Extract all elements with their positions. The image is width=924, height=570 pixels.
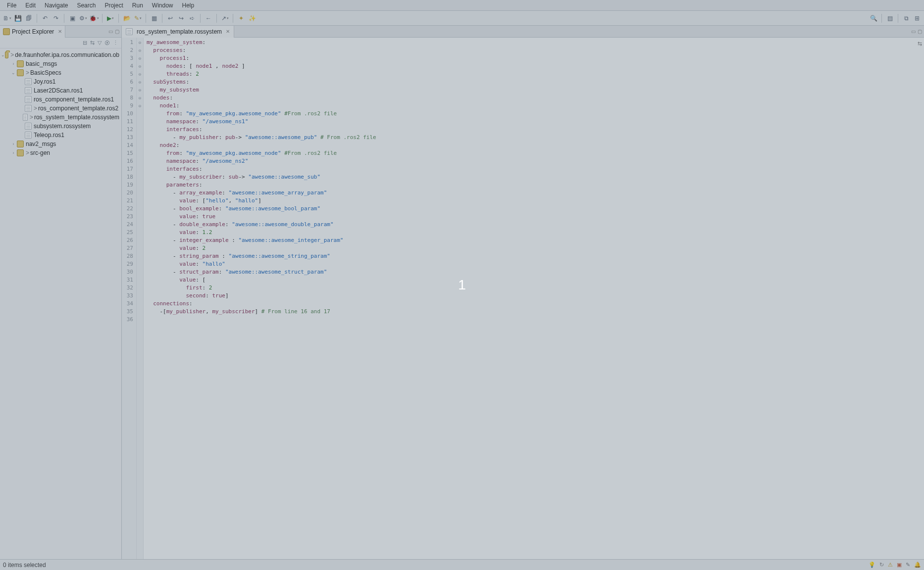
status-sync-icon[interactable]: ↻ [879,562,884,568]
save-button[interactable]: 💾 [13,13,23,23]
external-button[interactable]: ↗ [220,13,230,23]
minimize-view-button[interactable]: ▭ [108,29,113,34]
perspective-button[interactable]: ⊞ [912,13,922,23]
tree-project-root[interactable]: ⌄> de.fraunhofer.ipa.ros.communication.o… [0,50,121,59]
code-editor[interactable]: 1234567891011121314151617181920212223242… [122,38,924,559]
toggle-button[interactable]: ▦ [149,13,159,23]
editor-tab-bar: ros_system_template.rossystem ✕ ▭ ▢ [122,26,924,38]
editor-right-trim: ⇆ [915,38,924,559]
new-button[interactable]: 🗎 [2,13,12,23]
run-button[interactable]: ▶ [105,13,115,23]
file-icon [25,132,32,139]
minimize-editor-button[interactable]: ▭ [911,29,916,34]
redo-button[interactable]: ↷ [51,13,61,23]
maximize-view-button[interactable]: ▢ [115,29,119,34]
explorer-toolbar: ⊟ ⇆ ▽ ⦿ ⋮ [0,38,121,48]
filter-button[interactable]: ▽ [98,40,102,46]
menu-bar: File Edit Navigate Search Project Run Wi… [0,0,924,11]
close-icon[interactable]: ✕ [58,29,62,34]
menu-window[interactable]: Window [148,1,177,10]
file-icon [25,78,32,85]
tree-node[interactable]: Teleop.ros1 [0,131,121,140]
link-editor-icon[interactable]: ⇆ [918,41,922,47]
pin-button[interactable]: ✦ [236,13,246,23]
code-content[interactable]: my_awesome_system: processes: process1: … [144,38,924,559]
search-button[interactable]: 🔍 [869,13,878,23]
tree-node[interactable]: > ros_component_template.ros2 [0,104,121,113]
project-tree[interactable]: ⌄> de.fraunhofer.ipa.ros.communication.o… [0,48,121,559]
folder-icon [17,60,24,67]
link-editor-button[interactable]: ⇆ [90,40,95,46]
editor-tab[interactable]: ros_system_template.rossystem ✕ [122,26,234,38]
folder-icon [17,141,24,147]
terminal-button[interactable]: ▣ [67,13,77,23]
project-explorer-label: Project Explorer [12,28,54,35]
view-tab-bar: Project Explorer ✕ ▭ ▢ [0,26,121,38]
focus-button[interactable]: ⦿ [104,40,110,46]
perspective-open-button[interactable]: ⧉ [901,13,911,23]
status-bell-icon[interactable]: 🔔 [914,562,921,568]
maximize-editor-button[interactable]: ▢ [918,29,922,34]
status-edit-icon[interactable]: ✎ [906,562,910,568]
status-bar: 0 items selected 💡 ↻ ⚠ ▣ ✎ 🔔 [0,559,924,570]
main-toolbar: 🗎 💾 🗐 ↶ ↷ ▣ ⚙ 🐞 ▶ 📂 ✎ ▦ ↩ ↪ ➪ ← ↗ ✦ ✨ 🔍 … [0,11,924,26]
close-icon[interactable]: ✕ [226,29,230,34]
file-icon [25,105,32,112]
menu-navigate[interactable]: Navigate [41,1,72,10]
status-tip-icon[interactable]: 💡 [869,562,875,568]
outline-button[interactable]: ▤ [885,13,895,23]
main-area: Project Explorer ✕ ▭ ▢ ⊟ ⇆ ▽ ⦿ ⋮ ⌄> de.f… [0,26,924,559]
menu-search[interactable]: Search [73,1,100,10]
menu-project[interactable]: Project [101,1,127,10]
tree-node[interactable]: subsystem.rossystem [0,122,121,131]
collapse-all-button[interactable]: ⊟ [83,40,87,46]
menu-run[interactable]: Run [128,1,147,10]
fold-gutter[interactable]: ⊖⊖⊖⊖⊖⊖⊖⊖⊖ [137,38,144,559]
nav-fwd-button[interactable]: ↪ [176,13,186,23]
open-type-button[interactable]: 📂 [122,13,132,23]
folder-icon [17,69,24,76]
tree-node[interactable]: ›> src-gen [0,148,121,157]
wand-button[interactable]: ✨ [247,13,257,23]
nav-last-button[interactable]: ➪ [187,13,197,23]
undo-button[interactable]: ↶ [40,13,50,23]
project-explorer-tab[interactable]: Project Explorer ✕ [0,26,65,38]
tree-node[interactable]: Laser2DScan.ros1 [0,86,121,95]
debug-button[interactable]: 🐞 [89,13,99,23]
file-icon [25,87,32,94]
file-icon [25,96,32,103]
editor-area: ros_system_template.rossystem ✕ ▭ ▢ 1234… [122,26,924,559]
file-icon [23,114,28,121]
file-icon [126,28,133,35]
build-button[interactable]: ⚙ [78,13,88,23]
tree-node[interactable]: ⌄> BasicSpecs [0,68,121,77]
status-selection: 0 items selected [3,562,46,569]
save-all-button[interactable]: 🗐 [24,13,34,23]
status-stop-icon[interactable]: ▣ [897,562,902,568]
tree-node[interactable]: ros_component_template.ros1 [0,95,121,104]
tree-node[interactable]: ›basic_msgs [0,59,121,68]
tree-node[interactable]: Joy.ros1 [0,77,121,86]
nav-back-button[interactable]: ↩ [165,13,175,23]
folder-icon [17,149,24,156]
editor-tab-label: ros_system_template.rossystem [137,28,222,35]
back-button[interactable]: ← [204,13,213,23]
project-icon [5,51,8,58]
view-menu-button[interactable]: ⋮ [113,40,118,46]
line-number-gutter: 1234567891011121314151617181920212223242… [122,38,137,559]
tree-node[interactable]: ›nav2_msgs [0,140,121,148]
project-explorer-icon [3,28,10,35]
menu-help[interactable]: Help [178,1,199,10]
menu-file[interactable]: File [3,1,20,10]
tree-node[interactable]: > ros_system_template.rossystem [0,113,121,122]
file-icon [25,123,32,130]
highlight-button[interactable]: ✎ [133,13,143,23]
project-explorer-view: Project Explorer ✕ ▭ ▢ ⊟ ⇆ ▽ ⦿ ⋮ ⌄> de.f… [0,26,122,559]
menu-edit[interactable]: Edit [21,1,40,10]
status-warn-icon[interactable]: ⚠ [888,562,893,568]
